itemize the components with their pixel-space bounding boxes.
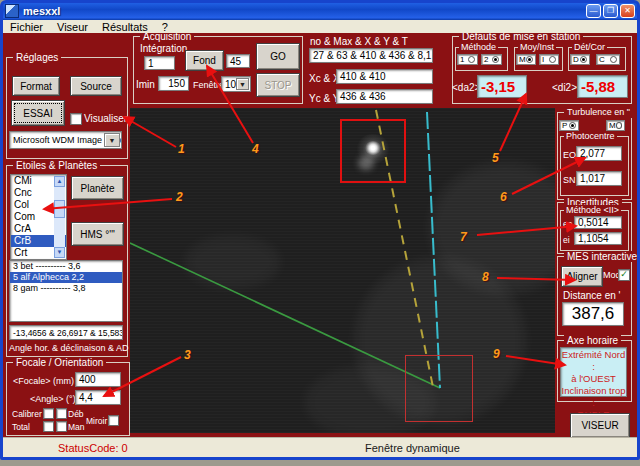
- annotation-number: 9: [493, 347, 500, 361]
- annotation-number: 8: [482, 270, 489, 284]
- calibrer-checkbox[interactable]: [43, 408, 54, 419]
- deb-checkbox[interactable]: [56, 408, 67, 419]
- integration-field[interactable]: 1: [144, 56, 175, 70]
- max-readout-field[interactable]: 27 & 63 & 410 & 436 & 8,1: [309, 48, 433, 63]
- total-checkbox[interactable]: [43, 421, 54, 432]
- radio-icon[interactable]: [468, 56, 475, 63]
- imin-label: Imin: [136, 79, 155, 90]
- annotation-number: 7: [460, 230, 467, 244]
- methode-radio-2[interactable]: 2: [481, 54, 502, 65]
- annotation-number: 5: [492, 151, 499, 165]
- radio-icon[interactable]: [616, 122, 622, 129]
- scrollbar-thumb[interactable]: [54, 200, 65, 218]
- star-listbox[interactable]: 3 bet ---------- 3,6 5 alf Alphecca 2,2 …: [9, 260, 123, 322]
- radio-icon[interactable]: [526, 56, 533, 63]
- radio-icon[interactable]: [492, 56, 499, 63]
- capture-driver-select[interactable]: Microsoft WDM Image Captu ▼: [9, 131, 122, 149]
- ei-field[interactable]: 1,1054: [574, 232, 622, 245]
- angle-field[interactable]: 4,4: [75, 390, 121, 405]
- calibrer-label: Calibrer: [12, 409, 42, 419]
- essai-button[interactable]: ESSAI: [11, 100, 65, 126]
- scroll-up-icon[interactable]: ▲: [54, 176, 65, 187]
- total-label: Total: [12, 422, 30, 432]
- subgroup-title: Dét/Cor: [572, 42, 607, 52]
- maximize-button[interactable]: ❐: [603, 4, 618, 18]
- menu-help[interactable]: ?: [155, 21, 175, 33]
- fenetre-select[interactable]: 100 ▼: [221, 76, 251, 92]
- subgroup-title: Méthode <II>: [564, 205, 621, 215]
- menu-resultats[interactable]: Résultats: [95, 21, 155, 33]
- xc-label: Xc & X: [309, 73, 340, 84]
- fond-threshold-field[interactable]: 45: [226, 54, 250, 68]
- list-item[interactable]: 3 bet ---------- 3,6: [10, 261, 122, 272]
- viseur-button[interactable]: VISEUR: [570, 413, 630, 438]
- axe-line: Inclinaison trop :: [561, 385, 626, 409]
- methode-radio-1[interactable]: 1: [457, 54, 478, 65]
- scroll-down-icon[interactable]: ▼: [54, 247, 65, 258]
- menu-fichier[interactable]: Fichier: [3, 21, 50, 33]
- annotation-number: 6: [500, 190, 507, 204]
- miroir-checkbox[interactable]: [108, 415, 119, 426]
- chevron-down-icon[interactable]: ▼: [104, 133, 120, 147]
- chevron-down-icon[interactable]: ▼: [236, 78, 249, 90]
- title-bar[interactable]: mesxxl — ❐ ✕: [1, 1, 639, 20]
- man-checkbox[interactable]: [56, 421, 67, 432]
- sn-field[interactable]: 1,017: [576, 171, 622, 186]
- ei-label: ei: [563, 235, 570, 245]
- distance-value: 387,6: [562, 302, 624, 326]
- moyinst-radio-m[interactable]: M: [516, 54, 536, 65]
- angle-coords-field[interactable]: -13,4656 & 26,6917 & 15,583: [9, 325, 123, 340]
- list-item[interactable]: 8 gam ---------- 3,8: [10, 283, 122, 294]
- radio-icon[interactable]: [610, 56, 617, 63]
- focale-field[interactable]: 400: [75, 372, 121, 387]
- visualiser-checkbox[interactable]: [70, 113, 82, 125]
- radio-icon[interactable]: [580, 56, 587, 63]
- deb-label: Déb: [68, 409, 84, 419]
- turbulence-radio-m[interactable]: M: [606, 120, 625, 131]
- green-track-line: [130, 243, 440, 388]
- detcor-radio-c[interactable]: C: [596, 54, 620, 65]
- planete-button[interactable]: Planète: [71, 176, 124, 200]
- radio-label: M: [609, 121, 616, 130]
- eo-label: EO: [563, 150, 576, 160]
- hms-button[interactable]: HMS °'": [71, 222, 124, 246]
- radio-icon[interactable]: [549, 56, 556, 63]
- imin-field[interactable]: 150: [158, 76, 189, 91]
- fond-button[interactable]: Fond: [185, 50, 224, 71]
- group-title: Réglages: [13, 52, 61, 63]
- scrollbar[interactable]: ▲ ▼: [54, 176, 65, 258]
- constellation-listbox[interactable]: CMi Cnc Col Com CrA CrB Crt ▲ ▼: [10, 174, 67, 260]
- radio-label: C: [599, 55, 605, 64]
- selection-box-star: [340, 119, 406, 183]
- eo-field[interactable]: 2,077: [576, 146, 622, 161]
- group-title: MES interactive: [564, 251, 640, 262]
- aligner-button[interactable]: Aligner: [561, 266, 603, 287]
- window-title: mesxxl: [23, 5, 60, 17]
- go-button[interactable]: GO: [256, 43, 300, 70]
- xc-field[interactable]: 410 & 410: [336, 69, 433, 84]
- integration-label: Intégration: [140, 43, 187, 54]
- da2-value: -3,15: [477, 75, 527, 98]
- radio-icon[interactable]: [569, 122, 576, 129]
- di2-value: -5,88: [577, 75, 628, 98]
- ea-label: ea: [563, 219, 572, 229]
- list-item-selected[interactable]: 5 alf Alphecca 2,2: [10, 272, 122, 283]
- source-button[interactable]: Source: [70, 76, 122, 96]
- mod-checkbox[interactable]: ✓: [618, 269, 630, 281]
- group-title: Etoiles & Planètes: [13, 160, 100, 171]
- yc-field[interactable]: 436 & 436: [336, 89, 433, 104]
- ea-field[interactable]: 0,5014: [574, 216, 622, 229]
- format-button[interactable]: Format: [12, 76, 60, 96]
- turbulence-radio-p[interactable]: P: [559, 120, 579, 131]
- radio-label: M: [519, 55, 526, 64]
- annotation-number: 2: [176, 190, 183, 204]
- radio-label: P: [562, 121, 567, 130]
- annotation-number: 4: [252, 142, 259, 156]
- menu-viseur[interactable]: Viseur: [50, 21, 95, 33]
- minimize-button[interactable]: —: [586, 4, 601, 18]
- moyinst-radio-i[interactable]: I: [539, 54, 559, 65]
- detcor-radio-d[interactable]: D: [570, 54, 590, 65]
- axe-line: Extrémité Nord :: [561, 349, 626, 373]
- close-button[interactable]: ✕: [620, 4, 635, 18]
- stop-button[interactable]: STOP: [256, 73, 300, 97]
